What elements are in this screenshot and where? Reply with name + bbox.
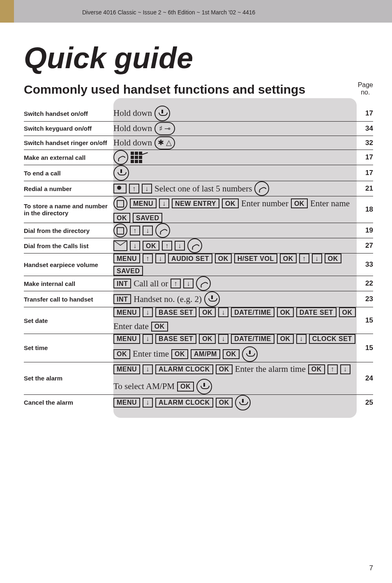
clock-set-key: CLOCK SET: [309, 334, 355, 344]
menu-key: MENU: [113, 253, 140, 263]
table-row: Switch handset on/off Hold down 17: [24, 106, 373, 122]
row-page: 23: [357, 291, 373, 307]
row-label: Switch handset ringer on/off: [24, 136, 113, 150]
row-label: Cancel the alarm: [24, 394, 113, 410]
enter-date-text: Enter date: [113, 320, 149, 334]
down-key-icon: [183, 279, 194, 288]
end-call-icon: [113, 165, 129, 181]
row-page: 15: [357, 307, 373, 334]
running-header: Diverse 4016 Classic ~ Issue 2 ~ 6th Edi…: [82, 9, 255, 16]
row-label: Switch keyguard on/off: [24, 122, 113, 136]
up-key-icon: [299, 253, 309, 263]
table-row: Cancel the alarm MENU ALARM CLOCK OK 25: [24, 394, 373, 410]
table-row: Dial from the Calls list OK 27: [24, 238, 373, 253]
table-row: Redial a number Select one of last 5 num…: [24, 181, 373, 196]
menu-key: MENU: [113, 334, 140, 344]
ok-key: OK: [151, 322, 168, 332]
ok-key: OK: [199, 334, 216, 344]
row-page: 17: [357, 106, 373, 122]
page-no-heading: Page no.: [358, 81, 373, 96]
panel-top-cap: [113, 98, 357, 106]
hold-down-text: Hold down: [113, 122, 152, 136]
down-key-icon: [296, 334, 307, 344]
ok-key: OK: [113, 213, 130, 223]
talk-key-icon: [187, 238, 202, 253]
menu-key: MENU: [113, 364, 140, 374]
end-call-icon: [242, 346, 258, 362]
end-call-icon: [196, 379, 212, 394]
end-call-icon: [235, 395, 251, 410]
directory-key-icon: [113, 196, 127, 210]
row-page: 21: [357, 181, 373, 196]
new-entry-key: NEW ENTRY: [172, 198, 219, 208]
audio-set-key: AUDIO SET: [168, 253, 212, 263]
enter-number-text: Enter number: [241, 197, 288, 211]
up-key-icon: [143, 253, 153, 263]
up-key-icon: [327, 364, 338, 374]
row-label: Set the alarm: [24, 362, 113, 394]
row-label: To store a name and number in the direct…: [24, 196, 113, 223]
row-page: 27: [357, 238, 373, 253]
down-key-icon: [175, 241, 185, 251]
row-label: Redial a number: [24, 181, 113, 196]
to-select-ampm-text: To select AM/PM: [113, 380, 175, 394]
ok-key: OK: [308, 364, 325, 374]
table-row: Switch keyguard on/off Hold down ♯ ⊸ 34: [24, 122, 373, 136]
ok-key: OK: [216, 398, 233, 408]
quick-guide-table: Switch handset on/off Hold down 17 Switc…: [24, 106, 373, 410]
row-label: Make internal call: [24, 276, 113, 291]
row-page: 24: [357, 362, 373, 394]
hold-down-text: Hold down: [113, 136, 152, 150]
hset-vol-key: H/SET VOL: [234, 253, 277, 263]
menu-key: MENU: [113, 398, 140, 408]
hash-key-icon: ♯ ⊸: [154, 122, 175, 135]
table-row: Make internal call INT Call all or 22: [24, 276, 373, 291]
page-label-line1: Page: [358, 81, 373, 88]
row-label: Set time: [24, 334, 113, 362]
hold-down-text: Hold down: [113, 106, 152, 120]
up-key-icon: [130, 226, 140, 235]
end-call-icon: [154, 106, 170, 121]
talk-key-icon: [113, 150, 128, 165]
row-page: 15: [357, 334, 373, 362]
accent-stripe: [0, 0, 14, 23]
menu-key: MENU: [113, 307, 140, 317]
ok-key: OK: [143, 241, 159, 251]
down-key-icon: [218, 307, 228, 317]
down-key-icon: [130, 241, 140, 251]
talk-key-icon: [155, 223, 170, 238]
ok-key: OK: [339, 307, 356, 317]
table-row: Handset earpiece volume MENU AUDIO SET O…: [24, 253, 373, 276]
redial-key-icon: [113, 184, 127, 194]
table-row: Set date MENU BASE SET OK DATE/TIME OK D…: [24, 307, 373, 334]
directory-key-icon: [113, 224, 127, 237]
dialpad-icon: [131, 152, 142, 163]
call-all-or-text: Call all or: [134, 277, 168, 291]
base-set-key: BASE SET: [155, 307, 196, 317]
down-key-icon: [143, 334, 153, 344]
row-page: 25: [357, 394, 373, 410]
ok-key: OK: [215, 253, 232, 263]
date-time-key: DATE/TIME: [231, 334, 274, 344]
row-label: Switch handset on/off: [24, 106, 113, 122]
saved-key: SAVED: [113, 266, 143, 276]
down-key-icon: [218, 334, 228, 344]
row-page: 22: [357, 276, 373, 291]
alarm-clock-key: ALARM CLOCK: [155, 398, 213, 408]
ok-key: OK: [291, 198, 308, 208]
up-key-icon: [171, 279, 181, 288]
select-last5-text: Select one of last 5 numbers: [154, 182, 252, 196]
down-key-icon: [143, 364, 153, 374]
row-page: 32: [357, 136, 373, 150]
up-key-icon: [129, 184, 139, 194]
ok-key: OK: [177, 382, 194, 392]
page-number: 7: [369, 564, 373, 572]
table-row: Dial from the directory 19: [24, 223, 373, 238]
page-title: Quick guide: [24, 41, 373, 75]
row-page: 17: [357, 165, 373, 181]
talk-key-icon: [254, 181, 269, 196]
calls-list-icon: [113, 240, 127, 251]
ok-key: OK: [223, 349, 240, 359]
ok-key: OK: [113, 349, 130, 359]
down-key-icon: [312, 253, 322, 263]
